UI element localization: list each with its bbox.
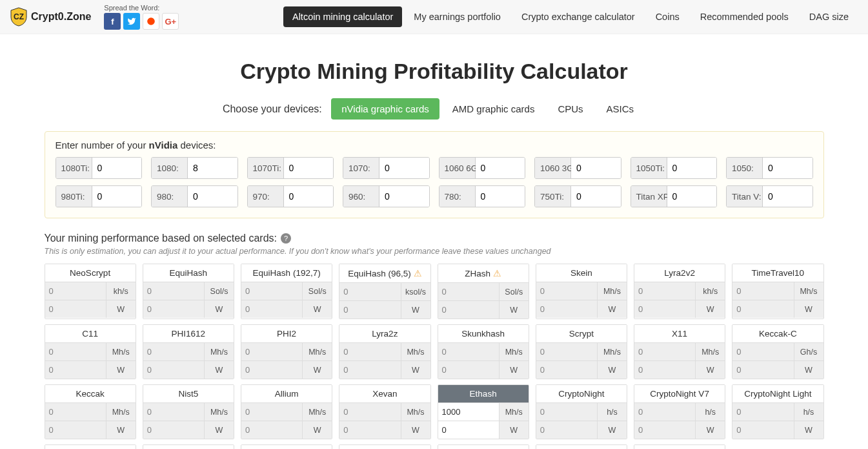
algo-hash-input[interactable] xyxy=(241,282,302,300)
algo-watt-input[interactable] xyxy=(143,361,204,379)
reddit-icon[interactable] xyxy=(143,13,159,30)
device-field-980ti: 980Ti: xyxy=(56,185,143,207)
device-input[interactable] xyxy=(92,186,142,207)
algo-hash-input[interactable] xyxy=(536,403,597,421)
algo-title: Ethash xyxy=(438,385,529,402)
algo-watt-input[interactable] xyxy=(241,361,302,379)
nav-item-3[interactable]: Coins xyxy=(647,6,689,27)
algo-watt-unit: W xyxy=(401,361,430,379)
device-tab-2[interactable]: CPUs xyxy=(547,98,593,120)
algo-hash-input[interactable] xyxy=(143,343,204,360)
algo-hash-input[interactable] xyxy=(241,403,302,421)
nav-item-2[interactable]: Crypto exchange calculator xyxy=(512,6,644,27)
device-tab-0[interactable]: nVidia graphic cards xyxy=(331,98,439,120)
device-field-10606gb: 1060 6GB: xyxy=(439,157,526,179)
algo-card-keccak: KeccakMh/sW xyxy=(45,384,136,439)
algo-watt-input[interactable] xyxy=(438,301,499,318)
algo-hash-input[interactable] xyxy=(536,343,597,360)
algo-watt-input[interactable] xyxy=(143,421,204,439)
algo-title: CryptoNight Light xyxy=(732,385,823,402)
help-icon[interactable]: ? xyxy=(281,233,291,244)
algo-hash-input[interactable] xyxy=(634,282,695,300)
algo-watt-input[interactable] xyxy=(634,361,695,379)
algo-watt-input[interactable] xyxy=(634,300,695,318)
algo-hash-input[interactable] xyxy=(45,343,106,360)
algo-hash-input[interactable] xyxy=(438,343,499,360)
algo-watt-input[interactable] xyxy=(143,300,204,318)
device-tab-3[interactable]: ASICs xyxy=(596,98,645,120)
algo-card-x11: X11Mh/sW xyxy=(634,324,725,379)
device-field-titanv: Titan V: xyxy=(726,185,813,207)
algo-hash-unit: Mh/s xyxy=(597,343,627,360)
device-label: 1060 3GB: xyxy=(535,158,571,178)
algo-watt-input[interactable] xyxy=(732,421,793,439)
algo-watt-input[interactable] xyxy=(339,421,400,439)
algo-title: TimeTravel10 xyxy=(732,264,823,282)
device-label: Titan V: xyxy=(727,186,763,207)
algo-hash-input[interactable] xyxy=(438,283,499,300)
device-input[interactable] xyxy=(763,158,812,178)
algo-watt-input[interactable] xyxy=(732,300,793,318)
algo-watt-input[interactable] xyxy=(536,421,597,439)
algo-watt-input[interactable] xyxy=(438,421,499,439)
device-input[interactable] xyxy=(667,186,717,207)
algo-watt-input[interactable] xyxy=(45,300,106,318)
main-nav: Altcoin mining calculatorMy earnings por… xyxy=(283,6,858,27)
algo-hash-input[interactable] xyxy=(634,403,695,421)
algo-hash-input[interactable] xyxy=(339,283,400,300)
algo-hash-input[interactable] xyxy=(732,403,793,421)
algo-hash-input[interactable] xyxy=(45,403,106,421)
device-input[interactable] xyxy=(379,158,429,178)
algo-hash-input[interactable] xyxy=(241,343,302,360)
perf-title: Your mining performance based on selecte… xyxy=(45,233,824,244)
algo-watt-input[interactable] xyxy=(45,361,106,379)
nav-item-4[interactable]: Recommended pools xyxy=(691,6,798,27)
algo-watt-input[interactable] xyxy=(339,361,400,379)
googleplus-icon[interactable]: G+ xyxy=(162,13,179,30)
algo-hash-input[interactable] xyxy=(732,343,793,360)
nav-item-0[interactable]: Altcoin mining calculator xyxy=(283,6,402,27)
device-tab-1[interactable]: AMD graphic cards xyxy=(442,98,545,120)
algo-watt-input[interactable] xyxy=(45,421,106,439)
algo-hash-input[interactable] xyxy=(536,282,597,300)
algo-hash-input[interactable] xyxy=(339,403,400,421)
device-input[interactable] xyxy=(284,158,334,178)
algo-hash-input[interactable] xyxy=(143,282,204,300)
logo[interactable]: CZ Crypt0.Zone xyxy=(10,7,91,26)
device-input[interactable] xyxy=(92,158,142,178)
algo-hash-input[interactable] xyxy=(732,282,793,300)
device-input[interactable] xyxy=(476,186,525,207)
twitter-icon[interactable] xyxy=(123,13,140,30)
algo-watt-input[interactable] xyxy=(339,301,400,318)
algo-watt-input[interactable] xyxy=(536,300,597,318)
algo-title: Xevan xyxy=(339,385,430,402)
algo-hash-input[interactable] xyxy=(339,343,400,360)
device-input[interactable] xyxy=(284,186,334,207)
nav-item-1[interactable]: My earnings portfolio xyxy=(405,6,510,27)
algo-watt-unit: W xyxy=(499,421,529,439)
algo-hash-unit: h/s xyxy=(695,403,725,421)
algo-watt-input[interactable] xyxy=(536,361,597,379)
algo-title: Skein xyxy=(536,264,627,282)
device-input[interactable] xyxy=(188,186,237,207)
device-input[interactable] xyxy=(476,158,525,178)
algo-title: EquiHash xyxy=(143,264,234,282)
algo-hash-input[interactable] xyxy=(634,343,695,360)
algo-watt-input[interactable] xyxy=(241,421,302,439)
algo-hash-input[interactable] xyxy=(438,403,499,421)
device-input[interactable] xyxy=(571,186,621,207)
algo-hash-input[interactable] xyxy=(143,403,204,421)
device-input[interactable] xyxy=(763,186,812,207)
algo-watt-input[interactable] xyxy=(241,300,302,318)
facebook-icon[interactable]: f xyxy=(104,13,121,30)
device-input[interactable] xyxy=(667,158,717,178)
algo-hash-input[interactable] xyxy=(45,282,106,300)
nav-item-5[interactable]: DAG size xyxy=(800,6,858,27)
device-input[interactable] xyxy=(571,158,621,178)
device-input[interactable] xyxy=(188,158,237,178)
algo-card-keccakc: Keccak-CGh/sW xyxy=(732,324,823,379)
device-input[interactable] xyxy=(379,186,429,207)
algo-watt-input[interactable] xyxy=(634,421,695,439)
algo-watt-input[interactable] xyxy=(732,361,793,379)
algo-watt-input[interactable] xyxy=(438,361,499,379)
